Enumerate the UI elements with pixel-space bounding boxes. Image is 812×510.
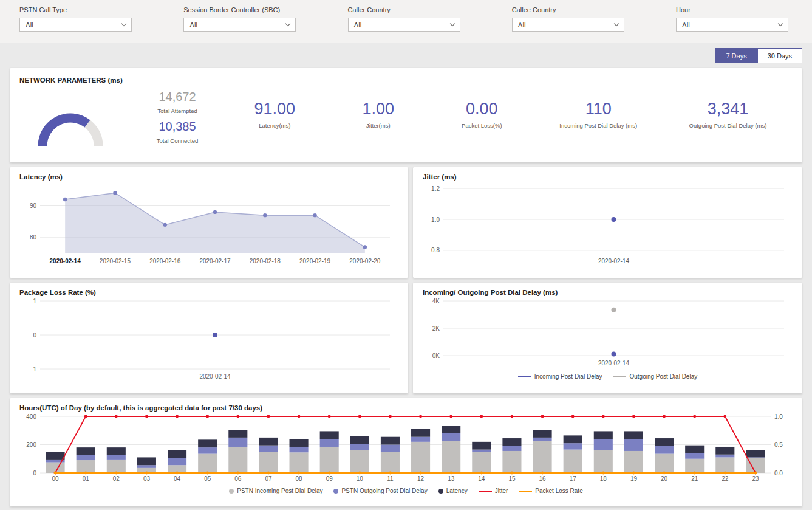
svg-text:20: 20 xyxy=(661,475,668,482)
svg-text:2020-02-14: 2020-02-14 xyxy=(598,258,630,264)
svg-text:22: 22 xyxy=(722,475,729,482)
total-connected-value: 10,385 xyxy=(132,120,223,134)
dropdown-value: All xyxy=(518,21,526,29)
kpi-body: 14,672 Total Attempted 10,385 Total Conn… xyxy=(19,84,793,153)
svg-text:0.8: 0.8 xyxy=(431,247,440,253)
filter-label: Session Border Controller (SBC) xyxy=(183,6,296,13)
chevron-down-icon xyxy=(614,21,619,26)
svg-text:04: 04 xyxy=(174,475,181,482)
legend-label: Incoming Post Dial Delay xyxy=(534,373,602,380)
legend-item[interactable]: Incoming Post Dial Delay xyxy=(518,373,602,380)
svg-text:07: 07 xyxy=(265,475,272,482)
filter-label: PSTN Call Type xyxy=(19,6,132,13)
pstn-call-type-dropdown[interactable]: All xyxy=(19,18,132,32)
svg-text:14: 14 xyxy=(478,475,485,482)
post-dial-delay-scatter-chart: 0K2K4K2020-02-14 xyxy=(423,296,793,369)
post-dial-delay-card: Incoming/ Outgoing Post Dial Delay (ms) … xyxy=(413,283,802,393)
svg-text:4K: 4K xyxy=(432,298,440,305)
svg-text:2020-02-14: 2020-02-14 xyxy=(50,258,81,264)
svg-text:400: 400 xyxy=(26,413,36,420)
network-parameters-card: NETWORK PARAMETERS (ms) 14,672 Total Att… xyxy=(10,68,802,162)
incoming-pdd-label: Incoming Post Dial Delay (ms) xyxy=(534,122,663,129)
card-title: Package Loss Rate (%) xyxy=(19,289,398,296)
legend-item[interactable]: Latency xyxy=(438,488,468,494)
dropdown-value: All xyxy=(26,21,33,29)
connection-gauge-chart xyxy=(33,92,112,151)
svg-text:06: 06 xyxy=(234,475,242,482)
charts-row-1: Latency (ms) 80902020-02-142020-02-15202… xyxy=(10,167,802,278)
svg-text:03: 03 xyxy=(143,475,151,482)
hours-of-day-card: Hours(UTC) of Day (by default, this is a… xyxy=(10,398,802,506)
svg-text:2K: 2K xyxy=(432,325,440,332)
svg-text:2020-02-20: 2020-02-20 xyxy=(349,258,381,264)
legend-label: Packet Loss Rate xyxy=(535,488,582,494)
charts-row-2: Package Loss Rate (%) -1012020-02-14 Inc… xyxy=(10,283,802,393)
dashboard-body: NETWORK PARAMETERS (ms) 14,672 Total Att… xyxy=(0,63,812,506)
svg-text:19: 19 xyxy=(630,475,638,482)
legend-dot-marker xyxy=(333,489,338,494)
chevron-down-icon xyxy=(449,21,454,26)
chevron-down-icon xyxy=(121,21,126,26)
card-title: NETWORK PARAMETERS (ms) xyxy=(19,77,793,84)
range-toggle: 7 Days 30 Days xyxy=(0,43,812,63)
caller-country-dropdown[interactable]: All xyxy=(348,18,460,32)
legend-item[interactable]: Packet Loss Rate xyxy=(519,488,582,494)
svg-text:15: 15 xyxy=(508,475,516,482)
filter-bar: PSTN Call Type All Session Border Contro… xyxy=(0,0,812,43)
range-30-days-button[interactable]: 30 Days xyxy=(757,48,802,63)
kpi-packet-loss: 0.00 Packet Loss(%) xyxy=(430,84,534,129)
total-attempted-label: Total Attempted xyxy=(132,108,223,114)
svg-text:02: 02 xyxy=(113,475,120,482)
svg-text:16: 16 xyxy=(539,475,547,482)
jitter-card: Jitter (ms) 0.81.01.22020-02-14 xyxy=(413,167,802,278)
svg-text:05: 05 xyxy=(204,475,211,482)
svg-text:18: 18 xyxy=(600,475,607,482)
hour-dropdown[interactable]: All xyxy=(676,18,788,32)
filter-hour: Hour All xyxy=(676,6,788,43)
svg-text:1.0: 1.0 xyxy=(431,216,440,223)
filter-label: Caller Country xyxy=(348,6,460,13)
post-dial-delay-legend: Incoming Post Dial DelayOutgoing Post Di… xyxy=(423,373,793,380)
packet-loss-card: Package Loss Rate (%) -1012020-02-14 xyxy=(10,283,408,393)
latency-label: Latency(ms) xyxy=(223,122,327,129)
chevron-down-icon xyxy=(778,21,783,26)
legend-line-marker xyxy=(519,491,532,492)
hours-chart-legend: PSTN Incoming Post Dial DelayPSTN Outgoi… xyxy=(19,488,793,494)
callee-country-dropdown[interactable]: All xyxy=(512,18,624,32)
range-7-days-button[interactable]: 7 Days xyxy=(715,48,757,63)
card-title: Latency (ms) xyxy=(19,173,398,181)
total-connected-label: Total Connected xyxy=(132,137,223,144)
incoming-pdd-value: 110 xyxy=(534,100,663,119)
kpi-jitter: 1.00 Jitter(ms) xyxy=(327,84,431,129)
svg-text:17: 17 xyxy=(570,475,577,482)
sbc-dropdown[interactable]: All xyxy=(183,18,296,32)
latency-card: Latency (ms) 80902020-02-142020-02-15202… xyxy=(10,167,408,278)
filter-caller-country: Caller Country All xyxy=(348,6,460,43)
svg-text:0: 0 xyxy=(33,470,36,477)
dropdown-value: All xyxy=(682,21,690,29)
chevron-down-icon xyxy=(285,21,290,26)
dropdown-value: All xyxy=(354,21,362,29)
svg-text:09: 09 xyxy=(326,475,333,482)
filter-sbc: Session Border Controller (SBC) All xyxy=(183,6,296,43)
svg-text:01: 01 xyxy=(83,475,90,482)
jitter-label: Jitter(ms) xyxy=(327,122,431,129)
card-title: Hours(UTC) of Day (by default, this is a… xyxy=(19,404,793,412)
legend-label: PSTN Incoming Post Dial Delay xyxy=(237,488,322,494)
legend-item[interactable]: Outgoing Post Dial Delay xyxy=(613,373,697,380)
legend-item[interactable]: PSTN Incoming Post Dial Delay xyxy=(229,488,322,494)
svg-text:90: 90 xyxy=(30,202,37,209)
svg-text:2020-02-16: 2020-02-16 xyxy=(149,258,181,264)
legend-line-marker xyxy=(613,376,626,377)
dropdown-value: All xyxy=(189,21,197,29)
svg-text:08: 08 xyxy=(296,475,303,482)
pstn-network-dashboard: PSTN Call Type All Session Border Contro… xyxy=(0,0,812,506)
svg-text:2020-02-18: 2020-02-18 xyxy=(250,258,281,264)
legend-item[interactable]: Jitter xyxy=(479,488,508,494)
outgoing-pdd-label: Outgoing Post Dial Delay (ms) xyxy=(663,122,793,129)
svg-text:13: 13 xyxy=(448,475,455,482)
legend-item[interactable]: PSTN Outgoing Post Dial Delay xyxy=(333,488,427,494)
svg-text:11: 11 xyxy=(387,475,394,482)
legend-line-marker xyxy=(518,376,531,377)
svg-text:0.5: 0.5 xyxy=(774,441,783,448)
